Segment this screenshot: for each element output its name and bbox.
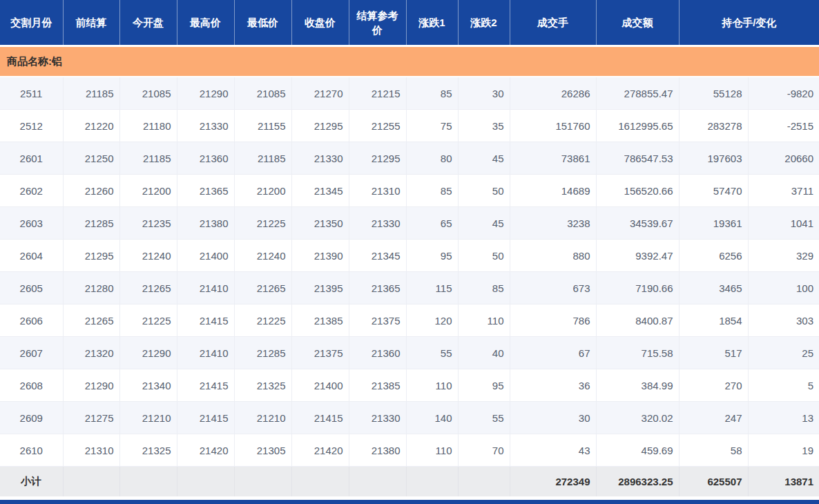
cell-close: 21345 (291, 175, 349, 207)
column-header-label: 交割月份 (10, 17, 52, 28)
cell-month: 2601 (0, 142, 63, 175)
cell-oi: 57470 (679, 175, 748, 207)
cell-close: 21390 (291, 240, 349, 272)
cell-close: 21375 (291, 337, 349, 369)
cell-volume: 67 (510, 337, 596, 369)
column-header-label: 收盘价 (305, 17, 336, 28)
cell-settle_ref: 21295 (349, 142, 406, 175)
column-header-label: 涨跌1 (418, 17, 445, 28)
cell-volume: 73861 (510, 142, 596, 175)
cell-oi: 55128 (679, 77, 748, 110)
cell-high: 21410 (177, 337, 234, 369)
cell-volume: 3238 (510, 207, 596, 240)
cell-high: 21415 (177, 369, 234, 402)
cell-open: 21085 (119, 77, 177, 110)
futures-quotes-page: 交割月份前结算今开盘最高价最低价收盘价结算参考价涨跌1涨跌2成交手成交额持仓手/… (0, 0, 819, 504)
cell-turnover: 278855.47 (596, 77, 679, 110)
cell-oi: 283278 (679, 110, 748, 142)
cell-settle_ref: 21255 (349, 110, 406, 142)
cell-turnover: 9392.47 (596, 240, 679, 272)
cell-change1: 85 (406, 175, 458, 207)
cell-open: 21180 (119, 110, 177, 142)
cell-prev_settle: 21275 (63, 402, 119, 434)
cell-close: 21270 (291, 77, 349, 110)
cell-change1: 110 (406, 434, 458, 467)
cell-settle_ref: 21365 (349, 272, 406, 304)
quotes-table: 交割月份前结算今开盘最高价最低价收盘价结算参考价涨跌1涨跌2成交手成交额持仓手/… (0, 0, 819, 496)
cell-prev_settle: 21285 (63, 207, 119, 240)
quote-row-2605: 2605212802126521410212652139521365115856… (0, 272, 819, 304)
cell-settle_ref: 21310 (349, 175, 406, 207)
cell-volume: 673 (510, 272, 596, 304)
column-header-close: 收盘价 (291, 0, 349, 46)
cell-change2: 50 (458, 240, 510, 272)
cell-prev_settle: 21310 (63, 434, 119, 467)
quote-row-2608: 2608212902134021415213252140021385110953… (0, 369, 819, 402)
cell-change2: 45 (458, 207, 510, 240)
column-header-month: 交割月份 (0, 0, 63, 46)
cell-oi: 58 (679, 434, 748, 467)
subtotal-change1 (406, 467, 458, 497)
cell-oi: 6256 (679, 240, 748, 272)
column-header-label: 成交额 (622, 17, 653, 28)
cell-high: 21410 (177, 272, 234, 304)
cell-month: 2609 (0, 402, 63, 434)
cell-change2: 30 (458, 77, 510, 110)
cell-change2: 35 (458, 110, 510, 142)
cell-close: 21350 (291, 207, 349, 240)
table-header: 交割月份前结算今开盘最高价最低价收盘价结算参考价涨跌1涨跌2成交手成交额持仓手/… (0, 0, 819, 46)
column-header-label: 今开盘 (133, 17, 164, 28)
cell-change1: 75 (406, 110, 458, 142)
cell-change2: 85 (458, 272, 510, 304)
cell-low: 21155 (234, 110, 291, 142)
cell-oi: 247 (679, 402, 748, 434)
cell-oi_change: -9820 (748, 77, 819, 110)
cell-settle_ref: 21385 (349, 369, 406, 402)
cell-month: 2608 (0, 369, 63, 402)
cell-prev_settle: 21185 (63, 77, 119, 110)
quote-row-2606: 2606212652122521415212252138521375120110… (0, 304, 819, 337)
cell-change1: 95 (406, 240, 458, 272)
cell-change1: 80 (406, 142, 458, 175)
cell-low: 21265 (234, 272, 291, 304)
subtotal-row: 小计2723492896323.2562550713871 (0, 467, 819, 497)
cell-settle_ref: 21330 (349, 207, 406, 240)
cell-change1: 110 (406, 369, 458, 402)
cell-turnover: 786547.53 (596, 142, 679, 175)
cell-settle_ref: 21380 (349, 434, 406, 467)
column-header-label: 持仓手/变化 (722, 17, 776, 28)
column-header-high: 最高价 (177, 0, 234, 46)
cell-settle_ref: 21215 (349, 77, 406, 110)
cell-low: 21200 (234, 175, 291, 207)
cell-settle_ref: 21345 (349, 240, 406, 272)
cell-oi: 517 (679, 337, 748, 369)
cell-open: 21325 (119, 434, 177, 467)
cell-low: 21240 (234, 240, 291, 272)
cell-open: 21235 (119, 207, 177, 240)
cell-turnover: 7190.66 (596, 272, 679, 304)
cell-turnover: 715.58 (596, 337, 679, 369)
cell-open: 21225 (119, 304, 177, 337)
cell-month: 2602 (0, 175, 63, 207)
subtotal-turnover: 2896323.25 (596, 467, 679, 497)
cell-change2: 50 (458, 175, 510, 207)
quote-row-2607: 2607213202129021410212852137521360554067… (0, 337, 819, 369)
column-header-label: 结算参考价 (356, 8, 400, 37)
cell-high: 21420 (177, 434, 234, 467)
cell-change2: 40 (458, 337, 510, 369)
cell-turnover: 320.02 (596, 402, 679, 434)
column-header-oi_change: 持仓手/变化 (679, 0, 819, 46)
cell-change1: 55 (406, 337, 458, 369)
cell-high: 21415 (177, 402, 234, 434)
cell-low: 21225 (234, 207, 291, 240)
column-header-prev_settle: 前结算 (63, 0, 119, 46)
cell-low: 21285 (234, 337, 291, 369)
column-header-settle_ref: 结算参考价 (349, 0, 406, 46)
cell-oi_change: -2515 (748, 110, 819, 142)
cell-high: 21360 (177, 142, 234, 175)
subtotal-label: 小计 (0, 467, 63, 497)
cell-oi_change: 100 (748, 272, 819, 304)
table-header-row: 交割月份前结算今开盘最高价最低价收盘价结算参考价涨跌1涨跌2成交手成交额持仓手/… (0, 0, 819, 46)
quote-row-2602: 2602212602120021365212002134521310855014… (0, 175, 819, 207)
subtotal-oi: 625507 (679, 467, 748, 497)
